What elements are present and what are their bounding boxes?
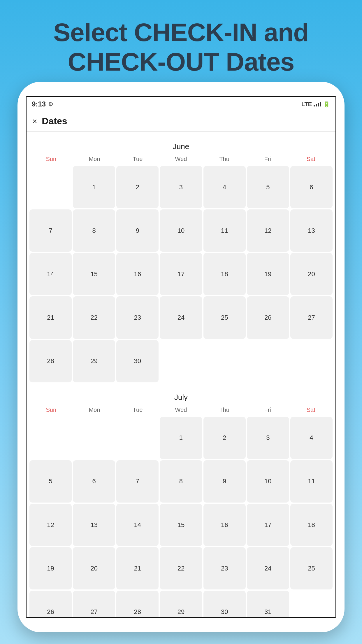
day-cell[interactable]: 2: [116, 166, 159, 208]
day-cell[interactable]: 17: [247, 504, 289, 546]
day-headers: SunMonTueWedThuFriSat: [29, 154, 333, 164]
day-cell[interactable]: 20: [290, 253, 333, 295]
day-cell[interactable]: 11: [290, 460, 333, 503]
day-cell[interactable]: 29: [73, 340, 115, 382]
day-cell[interactable]: 16: [203, 504, 246, 546]
title-line2: CHECK-OUT Dates: [68, 47, 294, 76]
day-cell[interactable]: 19: [29, 547, 72, 589]
day-header-mon: Mon: [73, 405, 116, 415]
month-name: July: [29, 388, 333, 405]
day-cell[interactable]: 14: [116, 504, 159, 546]
status-left: 9:13 ⚙: [32, 100, 53, 108]
day-header-tue: Tue: [116, 154, 159, 164]
day-cell[interactable]: 28: [29, 340, 72, 382]
day-header-thu: Thu: [203, 154, 246, 164]
day-cell[interactable]: 12: [247, 209, 289, 252]
day-cell[interactable]: 11: [203, 209, 246, 252]
day-cell[interactable]: 5: [247, 166, 289, 208]
day-cell[interactable]: 23: [116, 296, 159, 339]
day-cell[interactable]: 3: [160, 166, 202, 208]
day-cell[interactable]: 6: [73, 460, 115, 503]
day-cell[interactable]: 25: [203, 296, 246, 339]
day-cell[interactable]: 18: [290, 504, 333, 546]
day-cell[interactable]: 4: [203, 166, 246, 208]
calendar-grid: 1234567891011121314151617181920212223242…: [29, 166, 333, 382]
day-cell[interactable]: 25: [290, 547, 333, 589]
day-cell[interactable]: 5: [29, 460, 72, 503]
status-bar: 9:13 ⚙ LTE 🔋: [27, 97, 335, 111]
day-cell[interactable]: 13: [290, 209, 333, 252]
day-header-wed: Wed: [159, 154, 203, 164]
title-line1: Select CHECK-IN and: [53, 18, 309, 47]
day-cell[interactable]: 29: [160, 591, 202, 617]
day-cell[interactable]: 15: [160, 504, 202, 546]
day-cell[interactable]: 20: [73, 547, 115, 589]
empty-cell: [73, 417, 115, 459]
day-cell[interactable]: 10: [160, 209, 202, 252]
day-cell[interactable]: 8: [73, 209, 115, 252]
day-header-thu: Thu: [203, 405, 246, 415]
day-cell[interactable]: 27: [73, 591, 115, 617]
day-cell[interactable]: 7: [29, 209, 72, 252]
day-cell[interactable]: 17: [160, 253, 202, 295]
close-button[interactable]: ×: [32, 117, 37, 125]
day-cell[interactable]: 4: [290, 417, 333, 459]
day-cell[interactable]: 26: [247, 296, 289, 339]
day-cell[interactable]: 1: [73, 166, 115, 208]
day-cell[interactable]: 22: [160, 547, 202, 589]
phone-wrapper: 9:13 ⚙ LTE 🔋 × Dates JuneSunMonTueWedThu…: [17, 82, 345, 632]
day-cell[interactable]: 30: [203, 591, 246, 617]
day-header-mon: Mon: [73, 154, 116, 164]
day-cell[interactable]: 1: [160, 417, 202, 459]
day-cell[interactable]: 9: [203, 460, 246, 503]
calendar-grid: 1234567891011121314151617181920212223242…: [29, 417, 333, 617]
day-cell[interactable]: 24: [160, 296, 202, 339]
day-cell[interactable]: 22: [73, 296, 115, 339]
day-cell[interactable]: 24: [247, 547, 289, 589]
day-cell[interactable]: 7: [116, 460, 159, 503]
month-section: JuneSunMonTueWedThuFriSat123456789101112…: [29, 137, 333, 382]
month-name: June: [29, 137, 333, 154]
day-header-wed: Wed: [159, 405, 203, 415]
day-cell[interactable]: 15: [73, 253, 115, 295]
day-cell[interactable]: 30: [116, 340, 159, 382]
day-headers: SunMonTueWedThuFriSat: [29, 405, 333, 415]
day-cell[interactable]: 27: [290, 296, 333, 339]
day-cell[interactable]: 9: [116, 209, 159, 252]
calendar-scroll[interactable]: JuneSunMonTueWedThuFriSat123456789101112…: [27, 132, 335, 617]
day-cell[interactable]: 26: [29, 591, 72, 617]
signal-icon: [314, 102, 321, 106]
page-title: Select CHECK-IN and CHECK-OUT Dates: [0, 0, 362, 88]
day-cell[interactable]: 21: [29, 296, 72, 339]
day-header-sat: Sat: [289, 154, 333, 164]
day-header-tue: Tue: [116, 405, 159, 415]
day-cell[interactable]: 16: [116, 253, 159, 295]
day-cell[interactable]: 3: [247, 417, 289, 459]
day-cell[interactable]: 13: [73, 504, 115, 546]
day-cell[interactable]: 8: [160, 460, 202, 503]
day-cell[interactable]: 19: [247, 253, 289, 295]
month-section: JulySunMonTueWedThuFriSat123456789101112…: [29, 388, 333, 617]
day-cell[interactable]: 31: [247, 591, 289, 617]
day-cell[interactable]: 14: [29, 253, 72, 295]
network-label: LTE: [301, 101, 312, 108]
day-cell[interactable]: 23: [203, 547, 246, 589]
empty-cell: [29, 166, 72, 208]
day-header-fri: Fri: [246, 405, 289, 415]
day-cell[interactable]: 2: [203, 417, 246, 459]
day-header-fri: Fri: [246, 154, 289, 164]
header-title: Dates: [42, 116, 67, 127]
day-cell[interactable]: 10: [247, 460, 289, 503]
day-cell[interactable]: 6: [290, 166, 333, 208]
phone-screen: 9:13 ⚙ LTE 🔋 × Dates JuneSunMonTueWedThu…: [26, 96, 336, 618]
status-time: 9:13: [32, 100, 46, 108]
app-header: × Dates: [27, 111, 335, 132]
day-cell[interactable]: 28: [116, 591, 159, 617]
status-right: LTE 🔋: [301, 101, 330, 108]
day-header-sun: Sun: [29, 154, 73, 164]
gear-icon: ⚙: [48, 101, 53, 108]
day-cell[interactable]: 12: [29, 504, 72, 546]
day-cell[interactable]: 21: [116, 547, 159, 589]
empty-cell: [116, 417, 159, 459]
day-cell[interactable]: 18: [203, 253, 246, 295]
